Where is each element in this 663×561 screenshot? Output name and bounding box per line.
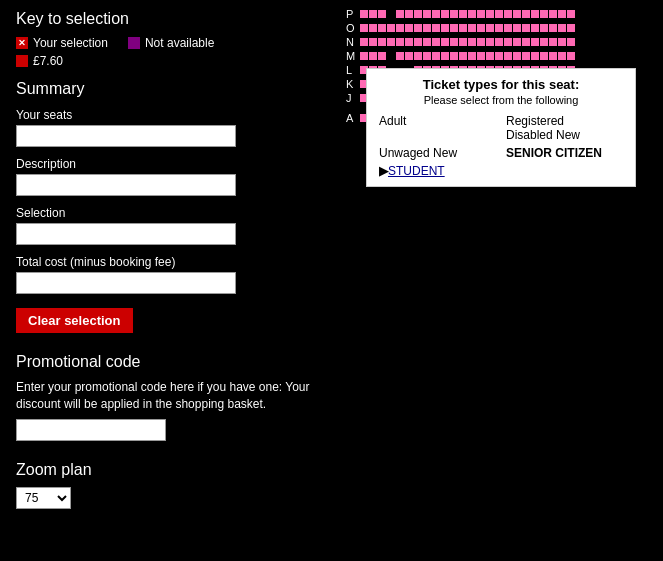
seat-P-21[interactable] bbox=[549, 10, 557, 18]
seat-O-11[interactable] bbox=[459, 24, 467, 32]
seat-N-14[interactable] bbox=[486, 38, 494, 46]
seat-P-10[interactable] bbox=[450, 10, 458, 18]
seat-P-5[interactable] bbox=[405, 10, 413, 18]
seat-P-14[interactable] bbox=[486, 10, 494, 18]
seat-M-16[interactable] bbox=[504, 52, 512, 60]
seat-M-20[interactable] bbox=[540, 52, 548, 60]
seat-N-0[interactable] bbox=[360, 38, 368, 46]
seat-N-7[interactable] bbox=[423, 38, 431, 46]
seat-P-20[interactable] bbox=[540, 10, 548, 18]
seat-N-1[interactable] bbox=[369, 38, 377, 46]
seat-M-22[interactable] bbox=[558, 52, 566, 60]
clear-selection-button[interactable]: Clear selection bbox=[16, 308, 133, 333]
seat-N-17[interactable] bbox=[513, 38, 521, 46]
seat-O-4[interactable] bbox=[396, 24, 404, 32]
seat-N-10[interactable] bbox=[450, 38, 458, 46]
seat-O-19[interactable] bbox=[531, 24, 539, 32]
seat-M-2[interactable] bbox=[378, 52, 386, 60]
seat-P-0[interactable] bbox=[360, 10, 368, 18]
seat-N-9[interactable] bbox=[441, 38, 449, 46]
ticket-type-senior[interactable]: SENIOR CITIZEN bbox=[506, 146, 623, 160]
seat-M-6[interactable] bbox=[414, 52, 422, 60]
ticket-type-student[interactable]: STUDENT bbox=[388, 164, 445, 178]
seat-O-21[interactable] bbox=[549, 24, 557, 32]
promo-code-input[interactable] bbox=[16, 419, 166, 441]
seat-P-15[interactable] bbox=[495, 10, 503, 18]
seat-N-3[interactable] bbox=[387, 38, 395, 46]
seat-M-19[interactable] bbox=[531, 52, 539, 60]
seat-N-21[interactable] bbox=[549, 38, 557, 46]
seat-M-9[interactable] bbox=[441, 52, 449, 60]
seat-O-6[interactable] bbox=[414, 24, 422, 32]
seat-M-11[interactable] bbox=[459, 52, 467, 60]
seat-P-4[interactable] bbox=[396, 10, 404, 18]
seat-N-12[interactable] bbox=[468, 38, 476, 46]
seat-P-17[interactable] bbox=[513, 10, 521, 18]
seat-P-6[interactable] bbox=[414, 10, 422, 18]
seat-P-13[interactable] bbox=[477, 10, 485, 18]
total-cost-input[interactable] bbox=[16, 272, 236, 294]
seat-P-19[interactable] bbox=[531, 10, 539, 18]
seat-O-13[interactable] bbox=[477, 24, 485, 32]
seat-N-8[interactable] bbox=[432, 38, 440, 46]
seat-P-1[interactable] bbox=[369, 10, 377, 18]
seat-O-1[interactable] bbox=[369, 24, 377, 32]
seat-N-4[interactable] bbox=[396, 38, 404, 46]
seat-M-17[interactable] bbox=[513, 52, 521, 60]
seat-O-3[interactable] bbox=[387, 24, 395, 32]
seat-N-15[interactable] bbox=[495, 38, 503, 46]
seat-M-1[interactable] bbox=[369, 52, 377, 60]
seat-O-9[interactable] bbox=[441, 24, 449, 32]
seat-M-7[interactable] bbox=[423, 52, 431, 60]
seat-M-0[interactable] bbox=[360, 52, 368, 60]
seat-O-18[interactable] bbox=[522, 24, 530, 32]
ticket-type-unwaged[interactable]: Unwaged New bbox=[379, 146, 496, 160]
seat-M-5[interactable] bbox=[405, 52, 413, 60]
seat-M-14[interactable] bbox=[486, 52, 494, 60]
seat-N-6[interactable] bbox=[414, 38, 422, 46]
seat-N-23[interactable] bbox=[567, 38, 575, 46]
seat-P-22[interactable] bbox=[558, 10, 566, 18]
ticket-type-adult[interactable]: Adult bbox=[379, 114, 496, 142]
seat-M-10[interactable] bbox=[450, 52, 458, 60]
seat-P-7[interactable] bbox=[423, 10, 431, 18]
seat-O-8[interactable] bbox=[432, 24, 440, 32]
seat-O-10[interactable] bbox=[450, 24, 458, 32]
seat-M-12[interactable] bbox=[468, 52, 476, 60]
seat-M-4[interactable] bbox=[396, 52, 404, 60]
seat-M-15[interactable] bbox=[495, 52, 503, 60]
seat-O-14[interactable] bbox=[486, 24, 494, 32]
seat-P-23[interactable] bbox=[567, 10, 575, 18]
seat-M-13[interactable] bbox=[477, 52, 485, 60]
seat-N-20[interactable] bbox=[540, 38, 548, 46]
your-seats-input[interactable] bbox=[16, 125, 236, 147]
seat-P-18[interactable] bbox=[522, 10, 530, 18]
seat-P-8[interactable] bbox=[432, 10, 440, 18]
seat-M-8[interactable] bbox=[432, 52, 440, 60]
seat-O-23[interactable] bbox=[567, 24, 575, 32]
ticket-type-registered-disabled[interactable]: RegisteredDisabled New bbox=[506, 114, 623, 142]
seat-N-18[interactable] bbox=[522, 38, 530, 46]
seat-O-2[interactable] bbox=[378, 24, 386, 32]
seat-O-20[interactable] bbox=[540, 24, 548, 32]
seat-N-16[interactable] bbox=[504, 38, 512, 46]
seat-M-23[interactable] bbox=[567, 52, 575, 60]
seat-O-17[interactable] bbox=[513, 24, 521, 32]
seat-N-22[interactable] bbox=[558, 38, 566, 46]
seat-O-0[interactable] bbox=[360, 24, 368, 32]
seat-M-21[interactable] bbox=[549, 52, 557, 60]
seat-N-2[interactable] bbox=[378, 38, 386, 46]
seat-O-15[interactable] bbox=[495, 24, 503, 32]
seat-O-7[interactable] bbox=[423, 24, 431, 32]
seat-N-13[interactable] bbox=[477, 38, 485, 46]
seat-N-11[interactable] bbox=[459, 38, 467, 46]
seat-N-5[interactable] bbox=[405, 38, 413, 46]
selection-input[interactable] bbox=[16, 223, 236, 245]
seat-P-16[interactable] bbox=[504, 10, 512, 18]
seat-P-12[interactable] bbox=[468, 10, 476, 18]
seat-P-2[interactable] bbox=[378, 10, 386, 18]
seat-N-19[interactable] bbox=[531, 38, 539, 46]
zoom-select[interactable]: 75 100 125 150 bbox=[16, 487, 71, 509]
seat-O-12[interactable] bbox=[468, 24, 476, 32]
seat-O-22[interactable] bbox=[558, 24, 566, 32]
